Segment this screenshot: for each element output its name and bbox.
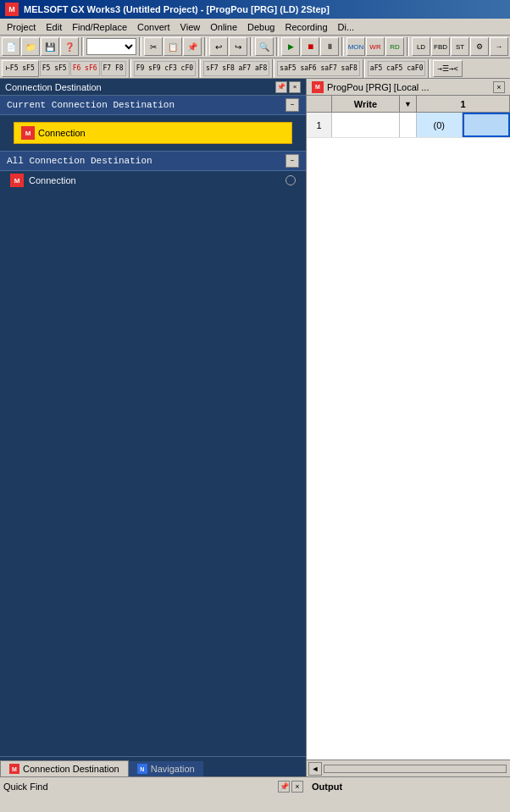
panel-title-text: Connection Destination: [5, 82, 102, 92]
tb-extra1[interactable]: ⚙: [470, 37, 489, 56]
toolbar-combo-1[interactable]: [86, 38, 136, 55]
ladder-value-text: (0): [434, 120, 445, 130]
all-connection-icon: M: [10, 174, 24, 187]
current-connection-item[interactable]: M Connection: [14, 122, 292, 144]
tab-nav-label: Navigation: [151, 764, 195, 774]
app-icon: M: [5, 3, 19, 16]
panel-title-left: Connection Destination: [5, 82, 102, 92]
ladder-key-saf5: saF5 saF6 saF7 saF8: [277, 61, 360, 76]
tb-sep-5: [276, 37, 279, 56]
panel-title-controls: 📌 ×: [275, 81, 301, 93]
menu-recording[interactable]: Recording: [280, 20, 332, 34]
ladder-cell-value[interactable]: (0): [417, 113, 463, 137]
tb-find-btn[interactable]: 🔍: [255, 37, 274, 56]
tb-new-btn[interactable]: 📄: [2, 37, 20, 56]
tb-stop-btn[interactable]: ⏹: [301, 37, 319, 56]
tb-extra2[interactable]: →: [490, 37, 508, 56]
ladder-header-1: 1: [417, 96, 510, 112]
all-connection-item[interactable]: M Connection: [0, 171, 306, 190]
tb-sep-3: [204, 37, 207, 56]
tb-sep-1: [81, 37, 84, 56]
connection-item-icon: M: [21, 126, 35, 140]
tb-run-btn[interactable]: ▶: [281, 37, 300, 56]
all-connection-circle: [285, 175, 296, 185]
ladder-key-f6: F6 sF6: [70, 61, 100, 76]
ladder-key-f7: F7 F8: [101, 61, 126, 76]
ladder-sep-2: [198, 59, 201, 78]
tb-paste-btn[interactable]: 📌: [183, 37, 202, 56]
ladder-cell-selected[interactable]: [463, 113, 511, 137]
tb-write-btn[interactable]: WR: [366, 37, 385, 56]
ladder-row-num-1: 1: [307, 113, 332, 137]
quick-find-close-btn[interactable]: ×: [291, 781, 303, 793]
current-connection-area: M Connection: [0, 115, 306, 151]
ladder-data-row-1: 1 (0): [307, 113, 510, 138]
ladder-sep-4: [363, 59, 365, 78]
current-connection-label: Current Connection Destination: [7, 100, 175, 110]
all-connection-header: All Connection Destination –: [0, 151, 306, 171]
ladder-header-row: Write ▼ 1: [307, 96, 510, 113]
menu-find-replace[interactable]: Find/Replace: [67, 20, 132, 34]
tb-sep-7: [407, 37, 409, 56]
current-connection-header: Current Connection Destination –: [0, 96, 306, 115]
panel-close-btn[interactable]: ×: [289, 81, 301, 93]
ladder-btn-f5[interactable]: ⊢F5 sF5: [2, 60, 39, 77]
bottom-tabs-left: M Quick Find Connection Destination N Na…: [0, 756, 306, 776]
panel-empty-area: [0, 190, 306, 756]
prog-title-text: ProgPou [PRG] [Local ...: [327, 82, 429, 92]
tb-undo-btn[interactable]: ↩: [209, 37, 228, 56]
all-collapse-btn[interactable]: –: [285, 154, 299, 168]
ladder-toolbar: ⊢F5 sF5 F5 sF5 F6 sF6 F7 F8 F9 sF9 cF3 c…: [0, 58, 510, 79]
ladder-btn-arrow[interactable]: →☰→<: [433, 60, 462, 77]
all-connection-label: All Connection Destination: [7, 156, 152, 166]
menu-convert[interactable]: Convert: [132, 20, 175, 34]
current-collapse-btn[interactable]: –: [285, 98, 299, 112]
ladder-cell-write[interactable]: [332, 113, 400, 137]
tb-read-btn[interactable]: RD: [385, 37, 404, 56]
main-layout: Connection Destination 📌 × Current Conne…: [0, 79, 510, 795]
tab-conn-icon: M: [9, 764, 19, 774]
tb-save-btn[interactable]: 💾: [41, 37, 59, 56]
prog-title-icon: M: [312, 81, 324, 93]
tb-monitor-btn[interactable]: MON: [346, 37, 365, 56]
menu-online[interactable]: Online: [205, 20, 242, 34]
connection-item-label: Connection: [38, 128, 86, 138]
tab-navigation[interactable]: N Navigation: [129, 761, 203, 776]
ladder-key-af5: aF5 caF5 caF0: [368, 61, 426, 76]
all-connection-item-label: Connection: [29, 175, 76, 185]
tb-cut-btn[interactable]: ✂: [144, 37, 163, 56]
tb-fbd-btn[interactable]: FBD: [431, 37, 450, 56]
quick-find-bar: Quick Find 📌 ×: [0, 776, 307, 795]
tb-redo-btn[interactable]: ↪: [229, 37, 247, 56]
panel-title-bar: Connection Destination 📌 ×: [0, 79, 306, 96]
scroll-left-btn[interactable]: ◄: [308, 762, 322, 776]
ladder-sep-3: [272, 59, 274, 78]
tb-copy-btn[interactable]: 📋: [164, 37, 182, 56]
ladder-grid: Write ▼ 1 1 (0): [307, 96, 510, 760]
ladder-key-sf7: sF7 sF8 aF7 aF8: [203, 61, 269, 76]
menu-project[interactable]: Project: [2, 20, 41, 34]
menu-bar: Project Edit Find/Replace Convert View O…: [0, 19, 510, 36]
tb-ladder-btn[interactable]: LD: [412, 37, 430, 56]
tab-connection-destination[interactable]: M Quick Find Connection Destination: [0, 760, 129, 776]
menu-di[interactable]: Di...: [333, 20, 360, 34]
prog-close-btn[interactable]: ×: [493, 81, 505, 93]
ladder-corner: [307, 96, 332, 112]
panel-pin-btn[interactable]: 📌: [275, 81, 287, 93]
prog-title-bar: M ProgPou [PRG] [Local ... ×: [307, 79, 510, 96]
tb-pause-btn[interactable]: ⏸: [320, 37, 339, 56]
menu-edit[interactable]: Edit: [41, 20, 67, 34]
ladder-key-f5: F5 sF5: [40, 61, 69, 76]
tab-nav-icon: N: [137, 764, 147, 774]
tb-sep-2: [139, 37, 141, 56]
menu-view[interactable]: View: [175, 20, 206, 34]
tb-st-btn[interactable]: ST: [451, 37, 469, 56]
scroll-track[interactable]: [324, 765, 507, 773]
output-bar: Output: [307, 776, 510, 795]
quick-find-pin-btn[interactable]: 📌: [278, 781, 290, 793]
menu-debug[interactable]: Debug: [242, 20, 280, 34]
tb-help-btn[interactable]: ❓: [60, 37, 79, 56]
left-panel: Connection Destination 📌 × Current Conne…: [0, 79, 307, 795]
ladder-sep-1: [129, 59, 131, 78]
tb-open-btn[interactable]: 📁: [21, 37, 40, 56]
